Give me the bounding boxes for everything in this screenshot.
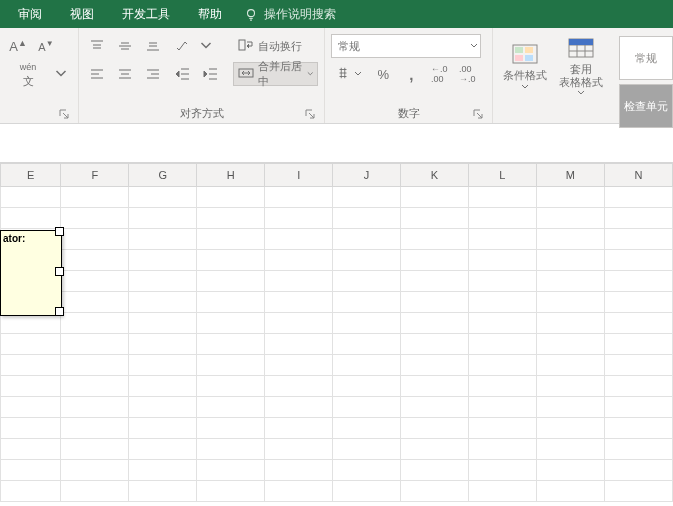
menu-view[interactable]: 视图 [56,0,108,28]
svg-rect-39 [569,39,593,45]
menu-dev[interactable]: 开发工具 [108,0,184,28]
increase-indent-button[interactable] [199,62,223,86]
align-middle-button[interactable] [113,34,137,58]
menu-help[interactable]: 帮助 [184,0,236,28]
merge-center-button[interactable]: 合并后居中 [233,62,319,86]
menu-review[interactable]: 审阅 [4,0,56,28]
wrap-text-label: 自动换行 [258,39,302,54]
group-alignment: 自动换行 合并后居中 对齐方式 [79,28,326,123]
font-group-label [6,118,72,123]
decrease-decimal-button[interactable]: .00→.0 [455,62,479,86]
wrap-text-button[interactable]: 自动换行 [233,34,319,58]
table-row [1,418,673,439]
chevron-down-icon [470,42,478,50]
svg-rect-27 [239,40,245,50]
table-row [1,334,673,355]
align-bottom-button[interactable] [141,34,165,58]
alignment-group-label: 对齐方式 [85,103,319,123]
comment-resize-handle[interactable] [55,227,64,236]
col-header[interactable]: G [129,164,197,187]
table-row [1,271,673,292]
accounting-format-button[interactable] [331,62,367,86]
increase-decimal-button[interactable]: ←.0.00 [427,62,451,86]
number-launcher-icon[interactable] [472,108,484,120]
cell-style-check[interactable]: 检查单元 [619,84,673,128]
col-header[interactable]: N [604,164,672,187]
grid-table: E F G H I J K L M N [0,163,673,502]
conditional-format-label: 条件格式 [503,69,547,82]
svg-rect-32 [515,55,523,61]
table-row [1,292,673,313]
worksheet-grid[interactable]: E F G H I J K L M N ator: [0,163,673,502]
svg-rect-30 [515,47,523,53]
comment-resize-handle[interactable] [55,307,64,316]
col-header[interactable]: I [265,164,333,187]
decrease-indent-button[interactable] [171,62,195,86]
cell-comment[interactable]: ator: [0,230,62,316]
format-as-table-label: 套用 表格格式 [559,63,603,89]
conditional-format-button[interactable]: 条件格式 [500,34,550,98]
group-cell-styles: 常规 检查单元 [613,28,673,123]
number-format-combo[interactable]: 常规 [331,34,481,58]
chevron-down-icon [521,83,529,91]
percent-button[interactable]: % [371,62,395,86]
wrap-text-icon [238,37,254,55]
number-format-value: 常规 [338,39,360,54]
group-font: A▲ A▼ wén 文 [0,28,79,123]
phonetic-top: wén [20,63,37,72]
table-row [1,481,673,502]
table-row [1,397,673,418]
table-row [1,355,673,376]
chevron-down-icon [307,70,314,78]
format-as-table-button[interactable]: 套用 表格格式 [556,34,606,98]
phonetic-guide-button[interactable]: wén 文 [6,62,50,86]
table-row [1,229,673,250]
svg-rect-31 [525,47,533,53]
tell-me-search[interactable]: 操作说明搜索 [244,6,336,23]
col-header[interactable]: H [197,164,265,187]
orientation-dropdown[interactable] [199,34,213,58]
align-center-button[interactable] [113,62,137,86]
decrease-font-button[interactable]: A▼ [34,34,58,58]
conditional-format-icon [509,41,541,69]
formula-bar-area [0,124,673,163]
table-row [1,376,673,397]
phonetic-dropdown[interactable] [54,62,68,86]
table-row [1,439,673,460]
svg-rect-33 [525,55,533,61]
col-header[interactable]: K [400,164,468,187]
col-header[interactable]: L [468,164,536,187]
tell-me-label: 操作说明搜索 [264,6,336,23]
column-headers-row: E F G H I J K L M N [1,164,673,187]
svg-point-0 [248,10,255,17]
styles-spacer [499,106,607,123]
font-launcher-icon[interactable] [58,108,70,120]
table-row [1,250,673,271]
col-header[interactable]: E [1,164,61,187]
menu-bar: 审阅 视图 开发工具 帮助 操作说明搜索 [0,0,673,28]
merge-icon [238,65,254,83]
col-header[interactable]: J [333,164,401,187]
group-styles-buttons: 条件格式 套用 表格格式 [493,28,613,123]
comma-button[interactable]: , [399,62,423,86]
align-top-button[interactable] [85,34,109,58]
currency-icon [336,66,350,82]
increase-font-button[interactable]: A▲ [6,34,30,58]
group-number: 常规 % , ←.0.00 .00→.0 数字 [325,28,493,123]
align-left-button[interactable] [85,62,109,86]
phonetic-bottom: 文 [23,76,34,87]
orientation-button[interactable] [171,34,195,58]
align-right-button[interactable] [141,62,165,86]
col-header[interactable]: M [536,164,604,187]
table-format-icon [565,35,597,63]
ribbon: A▲ A▼ wén 文 [0,28,673,124]
chevron-down-icon [577,89,585,97]
number-group-label: 数字 [331,103,486,123]
table-row [1,313,673,334]
alignment-launcher-icon[interactable] [304,108,316,120]
cell-style-normal[interactable]: 常规 [619,36,673,80]
lightbulb-icon [244,7,258,21]
col-header[interactable]: F [61,164,129,187]
comment-resize-handle[interactable] [55,267,64,276]
chevron-down-icon [354,70,362,78]
